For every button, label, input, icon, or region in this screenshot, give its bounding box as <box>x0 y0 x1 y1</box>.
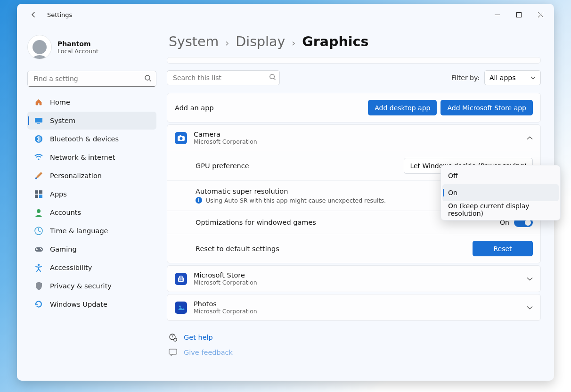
breadcrumb: System › Display › Graphics <box>169 34 541 49</box>
add-desktop-app-button[interactable]: Add desktop app <box>368 100 437 115</box>
collapsed-card[interactable] <box>167 57 541 64</box>
window-title: Settings <box>47 11 72 18</box>
nav-bluetooth[interactable]: Bluetooth & devices <box>27 130 156 148</box>
nav-label: Time & language <box>50 227 108 235</box>
footer-links: ? Get help Give feedback <box>167 323 541 357</box>
svg-point-17 <box>41 249 41 250</box>
svg-point-2 <box>145 75 150 80</box>
profile-block[interactable]: Phantom Local Account <box>27 30 163 68</box>
brush-icon <box>34 171 43 180</box>
svg-rect-27 <box>181 278 183 280</box>
help-icon: ? <box>169 333 177 342</box>
nav-label: Accessibility <box>50 264 92 271</box>
svg-rect-29 <box>181 280 183 281</box>
chevron-right-icon: › <box>292 37 295 49</box>
chevron-down-icon <box>527 306 533 310</box>
photos-app-icon <box>175 302 187 314</box>
svg-point-34 <box>174 338 177 341</box>
clock-globe-icon <box>34 226 43 236</box>
svg-point-7 <box>38 158 39 160</box>
nav-windows-update[interactable]: Windows Update <box>27 295 156 313</box>
feedback-row: Give feedback <box>169 348 539 357</box>
avatar <box>27 35 52 59</box>
svg-line-3 <box>149 80 151 82</box>
popup-option-on-keep[interactable]: On (keep current display resolution) <box>442 201 559 218</box>
person-icon <box>34 208 43 217</box>
svg-rect-11 <box>35 195 38 198</box>
nav-accounts[interactable]: Accounts <box>27 204 156 221</box>
svg-rect-10 <box>39 190 42 194</box>
svg-rect-5 <box>37 123 40 124</box>
app-name: Microsoft Store <box>194 271 257 279</box>
get-help-link[interactable]: Get help <box>184 334 213 341</box>
windowed-label: Optimizations for windowed games <box>196 219 316 226</box>
add-store-app-button[interactable]: Add Microsoft Store app <box>440 100 533 115</box>
shield-icon <box>34 281 43 291</box>
app-header-camera[interactable]: Camera Microsoft Corporation <box>167 125 540 151</box>
nav-accessibility[interactable]: Accessibility <box>27 259 156 277</box>
minimize-icon <box>495 12 500 17</box>
popup-option-off[interactable]: Off <box>442 167 559 184</box>
profile-text: Phantom Local Account <box>57 40 98 55</box>
maximize-button[interactable] <box>508 6 530 23</box>
filter-value: All apps <box>489 74 515 82</box>
get-help-row: ? Get help <box>169 333 539 342</box>
app-publisher: Microsoft Corporation <box>194 308 257 315</box>
svg-point-16 <box>40 248 41 249</box>
nav-system[interactable]: System <box>27 112 156 130</box>
apps-icon <box>34 189 43 199</box>
app-publisher: Microsoft Corporation <box>194 138 257 145</box>
sidebar: Phantom Local Account Home System <box>17 25 163 381</box>
search-icon <box>269 74 276 81</box>
app-name: Photos <box>194 300 257 308</box>
svg-point-18 <box>38 264 40 266</box>
sidebar-search <box>27 71 156 87</box>
popup-option-on[interactable]: On <box>442 184 559 201</box>
app-header-photos[interactable]: Photos Microsoft Corporation <box>167 294 540 320</box>
nav-network[interactable]: Network & internet <box>27 148 156 166</box>
minimize-button[interactable] <box>486 6 508 23</box>
filter-right: Filter by: All apps <box>451 70 541 85</box>
gpu-pref-label: GPU preference <box>196 162 249 170</box>
nav-privacy[interactable]: Privacy & security <box>27 277 156 295</box>
feedback-icon <box>169 348 177 357</box>
filter-select[interactable]: All apps <box>484 70 541 85</box>
nav-personalization[interactable]: Personalization <box>27 167 156 185</box>
camera-app-icon <box>175 132 187 144</box>
store-app-icon <box>175 273 187 285</box>
give-feedback-link[interactable]: Give feedback <box>184 349 233 356</box>
svg-rect-25 <box>179 276 182 278</box>
sidebar-search-input[interactable] <box>27 71 156 87</box>
add-app-card: Add an app Add desktop app Add Microsoft… <box>167 93 541 122</box>
svg-rect-35 <box>169 349 177 354</box>
profile-sub: Local Account <box>57 48 98 55</box>
reset-button[interactable]: Reset <box>473 241 533 256</box>
breadcrumb-system[interactable]: System <box>169 34 219 49</box>
auto-sr-label: Automatic super resolution <box>196 188 386 195</box>
nav-apps[interactable]: Apps <box>27 185 156 203</box>
search-icon <box>144 74 152 82</box>
app-card-photos: Photos Microsoft Corporation <box>167 294 541 321</box>
breadcrumb-display[interactable]: Display <box>236 34 285 49</box>
close-button[interactable] <box>530 6 551 23</box>
chevron-right-icon: › <box>225 37 229 49</box>
titlebar: Settings <box>17 4 554 25</box>
nav-label: Privacy & security <box>50 282 112 290</box>
auto-sr-dropdown-popup: Off On On (keep current display resoluti… <box>440 165 561 220</box>
nav-home[interactable]: Home <box>27 93 156 111</box>
back-arrow-icon <box>30 11 37 18</box>
nav-gaming[interactable]: Gaming <box>27 240 156 258</box>
back-button[interactable] <box>26 8 41 22</box>
info-icon: i <box>196 197 202 204</box>
list-search-input[interactable] <box>167 70 280 85</box>
nav-label: Home <box>50 98 70 106</box>
svg-text:?: ? <box>171 335 173 339</box>
nav-label: System <box>50 117 75 124</box>
nav-label: Network & internet <box>50 154 115 161</box>
nav-label: Apps <box>50 190 67 198</box>
svg-rect-26 <box>179 278 181 280</box>
app-header-store[interactable]: Microsoft Store Microsoft Corporation <box>167 266 540 292</box>
nav-time-language[interactable]: Time & language <box>27 222 156 240</box>
svg-point-31 <box>179 305 180 307</box>
filter-row: Filter by: All apps <box>167 70 541 85</box>
